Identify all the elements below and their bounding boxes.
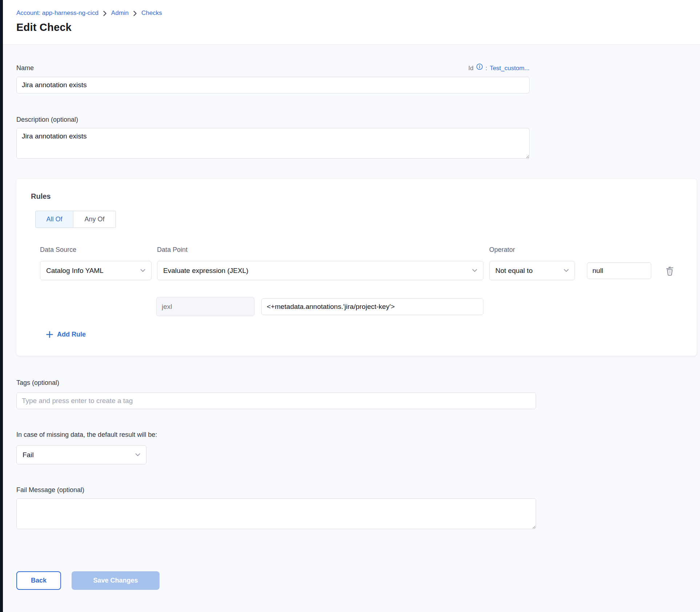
back-button[interactable]: Back [16, 571, 61, 590]
id-value-link[interactable]: Test_custom... [490, 65, 530, 72]
add-rule-button[interactable]: Add Rule [46, 331, 86, 338]
tags-input[interactable] [16, 392, 536, 409]
default-result-label: In case of missing data, the default res… [16, 431, 700, 439]
delete-rule-button[interactable] [665, 261, 675, 280]
data-point-label: Data Point [157, 246, 483, 254]
rule-column-labels: Data Source Data Point Operator [40, 246, 682, 254]
data-point-select[interactable]: Evaluate expression (JEXL) [157, 261, 483, 280]
chevron-down-icon [564, 269, 569, 272]
rule-row: Catalog Info YAML Evaluate expression (J… [40, 261, 682, 280]
form-main: Name Id : Test_custom... Description (op… [0, 64, 700, 601]
chevron-down-icon [472, 269, 477, 272]
breadcrumb: Account: app-harness-ng-cicd Admin Check… [16, 9, 700, 17]
id-display: Id : Test_custom... [468, 65, 530, 72]
tab-any-of[interactable]: Any Of [73, 211, 116, 228]
chevron-down-icon [140, 269, 145, 272]
breadcrumb-admin-link[interactable]: Admin [111, 9, 129, 17]
expression-row [156, 297, 682, 316]
collapsed-sidebar-strip[interactable] [0, 0, 3, 612]
tags-label: Tags (optional) [16, 379, 700, 387]
operator-label: Operator [489, 246, 575, 254]
fail-message-label: Fail Message (optional) [16, 486, 700, 494]
page-header: Account: app-harness-ng-cicd Admin Check… [0, 0, 700, 45]
id-label: Id [468, 65, 473, 72]
data-source-value: Catalog Info YAML [46, 267, 104, 275]
description-textarea[interactable]: Jira annotation exists [16, 128, 530, 159]
data-point-value: Evaluate expression (JEXL) [163, 267, 248, 275]
data-source-select[interactable]: Catalog Info YAML [40, 261, 152, 280]
plus-icon [46, 331, 53, 338]
add-rule-label: Add Rule [57, 331, 86, 338]
comparison-value-input[interactable] [587, 262, 651, 279]
jexl-expression-input[interactable] [261, 298, 483, 315]
breadcrumb-account-link[interactable]: Account: app-harness-ng-cicd [16, 9, 98, 17]
jexl-input[interactable] [156, 297, 254, 316]
operator-select[interactable]: Not equal to [489, 261, 575, 280]
rules-title: Rules [31, 192, 682, 201]
edit-check-page: Account: app-harness-ng-cicd Admin Check… [0, 0, 700, 612]
rules-card: Rules All Of Any Of Data Source Data Poi… [16, 179, 697, 356]
info-icon[interactable] [476, 63, 483, 70]
rules-match-tabs: All Of Any Of [35, 211, 116, 228]
tab-all-of[interactable]: All Of [35, 211, 73, 228]
chevron-right-icon [103, 11, 106, 16]
default-result-value: Fail [23, 451, 34, 459]
name-input[interactable] [16, 77, 530, 93]
id-separator: : [486, 65, 487, 72]
operator-value: Not equal to [495, 267, 532, 275]
page-title: Edit Check [16, 21, 700, 33]
name-label: Name [16, 64, 34, 72]
description-label: Description (optional) [16, 116, 700, 124]
fail-message-textarea[interactable] [16, 498, 536, 529]
default-result-select[interactable]: Fail [16, 445, 146, 464]
name-id-row: Name Id : Test_custom... [16, 64, 530, 72]
save-changes-button[interactable]: Save Changes [72, 571, 160, 590]
breadcrumb-checks-link[interactable]: Checks [141, 9, 162, 17]
form-actions: Back Save Changes [16, 571, 700, 601]
chevron-right-icon [133, 11, 137, 16]
data-source-label: Data Source [40, 246, 152, 254]
chevron-down-icon [135, 453, 140, 456]
trash-icon [665, 266, 675, 276]
